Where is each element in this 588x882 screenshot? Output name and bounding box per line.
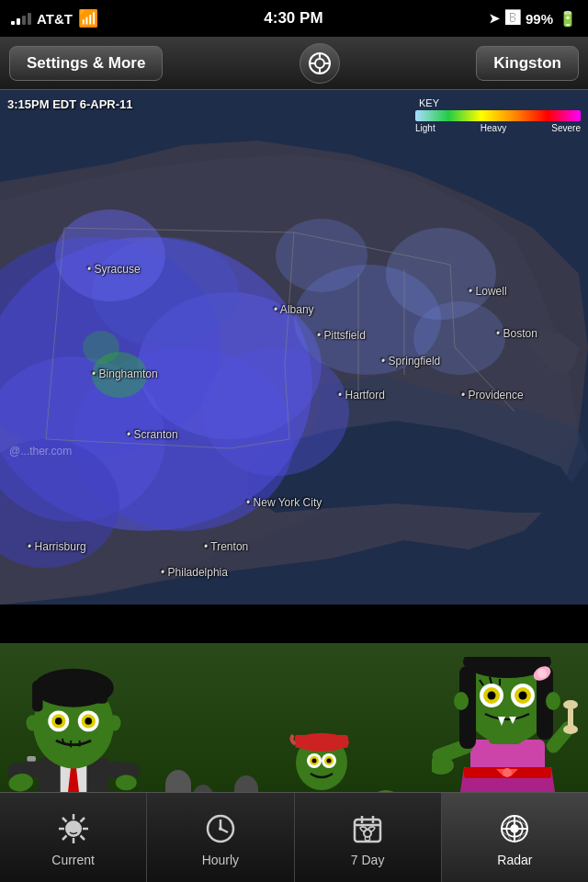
svg-rect-53 <box>32 681 42 711</box>
calendar-icon <box>351 812 384 845</box>
tab-hourly-label: Hourly <box>202 853 239 867</box>
svg-point-125 <box>503 768 512 777</box>
svg-point-60 <box>85 718 92 725</box>
crosshair-icon <box>308 51 332 75</box>
svg-point-147 <box>364 830 371 837</box>
7day-icon <box>347 808 388 849</box>
legend-severe: Severe <box>551 123 581 133</box>
map-legend: KEY Light Heavy Severe <box>415 97 581 133</box>
svg-point-114 <box>519 692 527 700</box>
svg-rect-54 <box>96 677 107 704</box>
clock-icon <box>204 812 237 845</box>
current-icon <box>53 808 94 849</box>
status-left: AT&T 📶 <box>11 8 98 28</box>
radar-crosshair-button[interactable] <box>300 43 340 84</box>
svg-point-24 <box>276 219 368 292</box>
legend-key-label: KEY <box>419 97 439 108</box>
svg-point-82 <box>312 759 317 763</box>
svg-point-120 <box>454 692 469 710</box>
svg-line-132 <box>80 835 85 840</box>
status-bar: AT&T 📶 4:30 PM ➤ 🅱 99% 🔋 <box>0 0 588 37</box>
svg-point-1 <box>315 59 324 68</box>
bluetooth-icon: 🅱 <box>505 10 520 27</box>
tab-radar-label: Radar <box>497 853 532 867</box>
legend-light: Light <box>415 123 435 133</box>
svg-point-83 <box>327 759 332 763</box>
settings-button[interactable]: Settings & More <box>9 46 163 81</box>
legend-heavy: Heavy <box>481 123 506 133</box>
hourly-icon <box>200 808 241 849</box>
svg-point-121 <box>546 692 560 710</box>
status-right: ➤ 🅱 99% 🔋 <box>489 10 577 28</box>
svg-point-126 <box>65 820 82 837</box>
svg-point-27 <box>83 331 119 364</box>
map-svg <box>0 90 588 605</box>
svg-point-150 <box>511 825 518 832</box>
svg-point-21 <box>55 209 165 301</box>
svg-point-64 <box>26 715 38 730</box>
legend-color-bar <box>415 110 581 121</box>
svg-line-133 <box>80 818 85 822</box>
sun-icon <box>57 812 90 845</box>
watermark: @...ther.com <box>9 445 72 458</box>
tab-radar[interactable]: Radar <box>442 793 588 882</box>
tab-7day-label: 7 Day <box>351 853 385 867</box>
svg-point-25 <box>413 301 505 375</box>
radar-icon <box>494 808 535 849</box>
svg-line-134 <box>62 835 67 840</box>
svg-point-65 <box>108 715 120 730</box>
svg-line-140 <box>220 829 228 832</box>
legend-labels: Light Heavy Severe <box>415 123 581 133</box>
tab-current-label: Current <box>51 853 95 867</box>
tab-bar: Current Hourly <box>0 792 588 882</box>
svg-rect-66 <box>27 756 36 762</box>
status-time: 4:30 PM <box>264 9 322 28</box>
tab-7day[interactable]: 7 Day <box>295 793 442 882</box>
svg-point-19 <box>202 347 349 476</box>
svg-line-131 <box>62 818 67 822</box>
map-container: 3:15PM EDT 6-APR-11 KEY Light Heavy Seve… <box>0 90 588 605</box>
svg-rect-99 <box>568 707 573 728</box>
svg-point-100 <box>563 700 578 709</box>
svg-point-101 <box>563 725 578 734</box>
location-arrow-icon: ➤ <box>489 11 500 26</box>
battery-icon: 🔋 <box>559 10 577 28</box>
wifi-icon: 📶 <box>78 8 98 28</box>
carrier-label: AT&T <box>37 11 73 27</box>
tab-current[interactable]: Current <box>0 793 147 882</box>
map-timestamp: 3:15PM EDT 6-APR-11 <box>7 97 133 111</box>
svg-point-49 <box>116 775 137 790</box>
toolbar: Settings & More Kingston <box>0 37 588 90</box>
signal-bars <box>11 13 31 25</box>
location-button[interactable]: Kingston <box>476 46 579 81</box>
svg-point-113 <box>488 692 496 700</box>
svg-point-108 <box>537 669 547 678</box>
svg-rect-77 <box>295 735 348 748</box>
svg-point-59 <box>55 718 62 725</box>
battery-label: 99% <box>526 11 553 27</box>
tab-hourly[interactable]: Hourly <box>147 793 294 882</box>
radar-tab-icon <box>498 812 531 845</box>
